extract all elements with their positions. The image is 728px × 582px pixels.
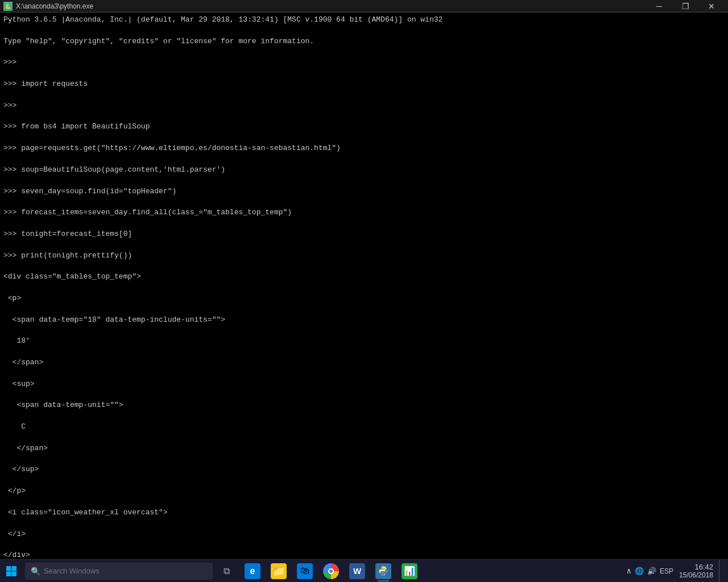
- chrome-icon: [323, 563, 339, 579]
- clock[interactable]: 16:42 15/06/2018: [676, 562, 717, 580]
- search-input[interactable]: [44, 567, 207, 575]
- tray-chevron[interactable]: ∧: [626, 566, 631, 576]
- console-output[interactable]: Python 3.6.5 |Anaconda, Inc.| (default, …: [0, 13, 728, 559]
- title-bar: 🐍 X:\anaconda3\python.exe ─ ❐ ✕: [0, 0, 728, 13]
- clock-time: 16:42: [679, 563, 713, 571]
- word-icon: W: [349, 563, 365, 579]
- svg-rect-3: [12, 571, 17, 576]
- task-view-button[interactable]: ⧉: [215, 560, 238, 583]
- svg-point-5: [384, 573, 385, 575]
- sys-tray: ∧ 🌐 🔊 ESP: [626, 566, 673, 576]
- python-taskbar-icon: [375, 563, 391, 579]
- svg-point-4: [382, 567, 383, 568]
- taskbar: 🔍 ⧉ e 📁 🛍 W: [0, 559, 728, 582]
- windows-icon: [6, 566, 17, 577]
- show-desktop-button[interactable]: [719, 560, 722, 583]
- taskbar-app-edge[interactable]: e: [240, 560, 265, 583]
- lang-indicator[interactable]: ESP: [660, 567, 673, 575]
- taskbar-app-store[interactable]: 🛍: [292, 560, 317, 583]
- taskbar-app-other[interactable]: 📊: [397, 560, 422, 583]
- search-icon: 🔍: [31, 567, 40, 576]
- taskbar-app-word[interactable]: W: [345, 560, 370, 583]
- store-icon: 🛍: [297, 563, 313, 579]
- task-view-icon: ⧉: [224, 566, 230, 576]
- network-icon[interactable]: 🌐: [635, 567, 644, 576]
- python-icon: 🐍: [3, 2, 13, 11]
- volume-icon[interactable]: 🔊: [647, 567, 656, 576]
- minimize-button[interactable]: ─: [646, 0, 672, 13]
- taskbar-app-python[interactable]: [371, 560, 396, 583]
- python-logo-svg: [377, 564, 390, 578]
- taskbar-app-explorer[interactable]: 📁: [266, 560, 291, 583]
- title-bar-text: X:\anaconda3\python.exe: [16, 2, 93, 10]
- explorer-icon: 📁: [271, 563, 287, 579]
- svg-rect-1: [12, 566, 17, 571]
- taskbar-app-chrome[interactable]: [318, 560, 344, 583]
- other-app-icon: 📊: [402, 563, 417, 579]
- close-button[interactable]: ✕: [698, 0, 725, 13]
- restore-button[interactable]: ❐: [672, 0, 698, 13]
- search-box[interactable]: 🔍: [25, 563, 213, 580]
- title-bar-controls: ─ ❐ ✕: [646, 0, 725, 13]
- svg-rect-2: [6, 571, 11, 576]
- taskbar-right: ∧ 🌐 🔊 ESP 16:42 15/06/2018: [626, 560, 728, 583]
- svg-rect-0: [6, 566, 11, 571]
- title-bar-left: 🐍 X:\anaconda3\python.exe: [3, 2, 93, 11]
- start-button[interactable]: [0, 560, 23, 583]
- clock-date: 15/06/2018: [679, 571, 713, 579]
- taskbar-apps: e 📁 🛍 W: [240, 560, 422, 583]
- edge-icon: e: [245, 563, 260, 579]
